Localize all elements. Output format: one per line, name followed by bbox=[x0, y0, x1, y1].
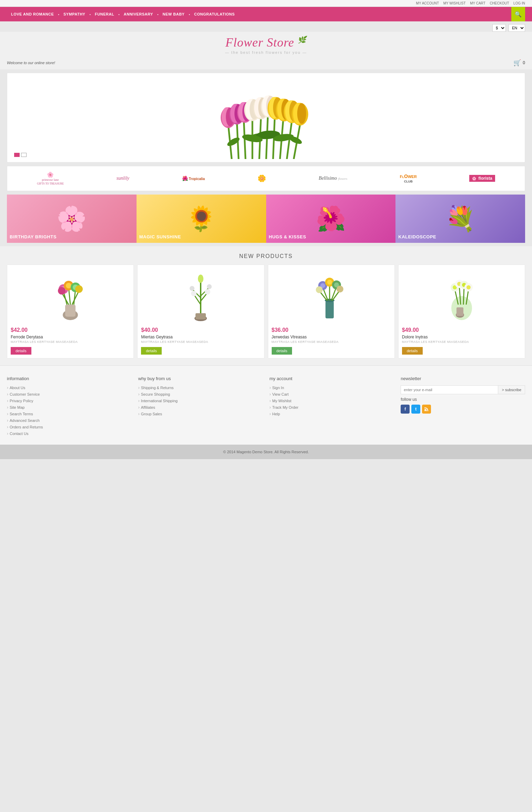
footer-link-international[interactable]: International Shipping bbox=[138, 398, 263, 403]
product-card-2: $36.00 Jerwedas Vtreasas MAYTRASA LES KE… bbox=[268, 265, 395, 358]
brand-bellisimo[interactable]: Bellisimo flowers bbox=[319, 176, 347, 181]
rss-button[interactable] bbox=[422, 405, 431, 414]
flower-icon: 🌺 bbox=[316, 205, 346, 233]
site-title-text: Flower Store bbox=[225, 36, 294, 49]
product-name-2: Jerwedas Vtreasas bbox=[272, 335, 391, 339]
flower-icon: 💐 bbox=[445, 205, 475, 233]
product-details-btn-1[interactable]: details bbox=[141, 347, 162, 355]
brand-flowerclub[interactable]: FLOWERCLUB bbox=[400, 174, 417, 183]
nav-list: LOVE AND ROMANCE ● SYMPATHY ● FUNERAL ● … bbox=[7, 7, 239, 21]
category-hugs[interactable]: 🌺 HUGS & KISSES bbox=[266, 195, 396, 243]
footer-link-track[interactable]: Track My Order bbox=[270, 405, 394, 410]
footer-link-privacy[interactable]: Privacy Policy bbox=[7, 398, 131, 403]
hero-nav-next[interactable] bbox=[21, 153, 27, 157]
login-link[interactable]: LOG IN bbox=[513, 1, 525, 5]
svg-line-92 bbox=[463, 287, 464, 305]
product-details-btn-0[interactable]: details bbox=[11, 347, 31, 355]
category-label: KALEIDOSCOPE bbox=[395, 231, 525, 243]
category-birthday[interactable]: 🌸 BIRTHDAY BRIGHTS bbox=[7, 195, 137, 243]
brand-sunlily[interactable]: sunlily bbox=[117, 176, 129, 181]
currency-selector[interactable]: $ € £ bbox=[492, 24, 506, 32]
nav-item-newbaby[interactable]: NEW BABY bbox=[159, 7, 189, 21]
svg-rect-73 bbox=[195, 313, 206, 319]
brand-icon: 🌼 bbox=[258, 175, 266, 182]
twitter-button[interactable]: t bbox=[411, 405, 420, 414]
footer-link-search-terms[interactable]: Search Terms bbox=[7, 412, 131, 416]
footer-link-sitemap[interactable]: Site Map bbox=[7, 405, 131, 410]
product-flower-svg-1 bbox=[183, 270, 218, 322]
product-price-0: $42.00 bbox=[11, 327, 130, 333]
main-navigation: LOVE AND ROMANCE ● SYMPATHY ● FUNERAL ● … bbox=[0, 7, 532, 21]
footer-why-buy-title: why buy from us bbox=[138, 376, 263, 381]
footer-main: information About Us Customer Service Pr… bbox=[0, 365, 532, 445]
category-kaleidoscope[interactable]: 💐 KALEIDOSCOPE bbox=[395, 195, 525, 243]
footer-my-account: my account Sign In View Cart My Wishlist… bbox=[270, 376, 394, 438]
nav-item-love[interactable]: LOVE AND ROMANCE bbox=[7, 7, 58, 21]
checkout-link[interactable]: CHECKOUT bbox=[490, 1, 509, 5]
footer-link-customer-service[interactable]: Customer Service bbox=[7, 392, 131, 397]
product-flower-svg-2 bbox=[309, 270, 354, 322]
nav-item-congratulations[interactable]: CONGRATULATIONS bbox=[190, 7, 239, 21]
footer-link-group-sales[interactable]: Group Sales bbox=[138, 412, 263, 416]
footer-link-orders[interactable]: Orders and Returns bbox=[7, 425, 131, 429]
footer-link-contact[interactable]: Contact Us bbox=[7, 431, 131, 436]
newsletter-email-input[interactable] bbox=[401, 385, 498, 394]
footer-link-shipping[interactable]: Shipping & Returns bbox=[138, 385, 263, 390]
category-label: MAGIC SUNSHINE bbox=[137, 231, 266, 243]
hero-image bbox=[7, 73, 525, 162]
product-name-0: Ferrode Derytasa bbox=[11, 335, 130, 339]
brand-label: primrose lane bbox=[42, 178, 59, 181]
hero-navigation[interactable] bbox=[14, 153, 27, 157]
welcome-bar: Welcome to our online store! 🛒 0 bbox=[0, 56, 532, 69]
product-details-btn-2[interactable]: details bbox=[272, 347, 292, 355]
footer-link-affiliates[interactable]: Affiliates bbox=[138, 405, 263, 410]
hero-banner bbox=[7, 73, 525, 162]
product-name-3: Dolore Inytras bbox=[402, 335, 521, 339]
nav-item-sympathy[interactable]: SYMPATHY bbox=[59, 7, 90, 21]
facebook-button[interactable]: f bbox=[401, 405, 410, 414]
svg-rect-74 bbox=[325, 301, 334, 318]
nav-item-anniversary[interactable]: ANNIVERSARY bbox=[120, 7, 157, 21]
brand-icon: 🌸 bbox=[472, 177, 476, 180]
brand-flowers4[interactable]: 🌼 bbox=[258, 174, 266, 182]
svg-point-104 bbox=[424, 410, 426, 411]
footer-bottom: © 2014 Magento Demo Store. All Rights Re… bbox=[0, 445, 532, 459]
my-account-link[interactable]: MY ACCOUNT bbox=[416, 1, 439, 5]
footer-my-account-title: my account bbox=[270, 376, 394, 381]
social-icons: f t bbox=[401, 405, 525, 414]
category-label: HUGS & KISSES bbox=[266, 231, 396, 243]
footer-why-buy: why buy from us Shipping & Returns Secur… bbox=[138, 376, 263, 438]
footer-why-buy-list: Shipping & Returns Secure Shopping Inter… bbox=[138, 385, 263, 416]
hero-nav-prev[interactable] bbox=[14, 153, 20, 157]
nav-item-funeral[interactable]: FUNERAL bbox=[91, 7, 118, 21]
svg-point-71 bbox=[207, 284, 212, 289]
category-sunshine[interactable]: 🌻 MAGIC SUNSHINE bbox=[137, 195, 266, 243]
category-grid: 🌸 BIRTHDAY BRIGHTS 🌻 MAGIC SUNSHINE 🌺 HU… bbox=[7, 195, 525, 243]
product-price-1: $40.00 bbox=[141, 327, 260, 333]
footer-link-about[interactable]: About Us bbox=[7, 385, 131, 390]
my-wishlist-link[interactable]: MY WISHLIST bbox=[443, 1, 466, 5]
language-selector[interactable]: EN FR DE bbox=[509, 24, 525, 32]
product-image-0 bbox=[11, 268, 130, 324]
my-cart-link[interactable]: MY CART bbox=[470, 1, 485, 5]
product-card-1: $40.00 Miertas Geytrasa MAYTRASA LES KER… bbox=[137, 265, 264, 358]
product-name-1: Miertas Geytrasa bbox=[141, 335, 260, 339]
cart-widget[interactable]: 🛒 0 bbox=[513, 59, 525, 67]
footer-link-secure[interactable]: Secure Shopping bbox=[138, 392, 263, 397]
footer-newsletter: newsletter > subscribe follow us f t bbox=[401, 376, 525, 438]
brand-florista[interactable]: 🌸 florista bbox=[469, 175, 495, 182]
footer-link-wishlist[interactable]: My Wishlist bbox=[270, 398, 394, 403]
footer-link-signin[interactable]: Sign In bbox=[270, 385, 394, 390]
nav-search-button[interactable]: 🔍 bbox=[511, 7, 525, 21]
newsletter-subscribe-button[interactable]: > subscribe bbox=[498, 385, 525, 394]
brand-primrose[interactable]: 🌸 primrose lane GIFTS TO TREASURE bbox=[37, 171, 64, 186]
brand-sublabel: flowers bbox=[338, 177, 348, 180]
footer-link-advanced-search[interactable]: Advanced Search bbox=[7, 418, 131, 423]
footer-link-help[interactable]: Help bbox=[270, 412, 394, 416]
brand-tropicalia[interactable]: 🌺 Tropicalia bbox=[182, 176, 205, 181]
brand-label: Tropicalia bbox=[189, 177, 205, 181]
footer-link-view-cart[interactable]: View Cart bbox=[270, 392, 394, 397]
brand-label: Bellisimo bbox=[319, 176, 337, 181]
products-section-title: NEW PRODUCTS bbox=[7, 253, 525, 259]
product-details-btn-3[interactable]: details bbox=[402, 347, 423, 355]
